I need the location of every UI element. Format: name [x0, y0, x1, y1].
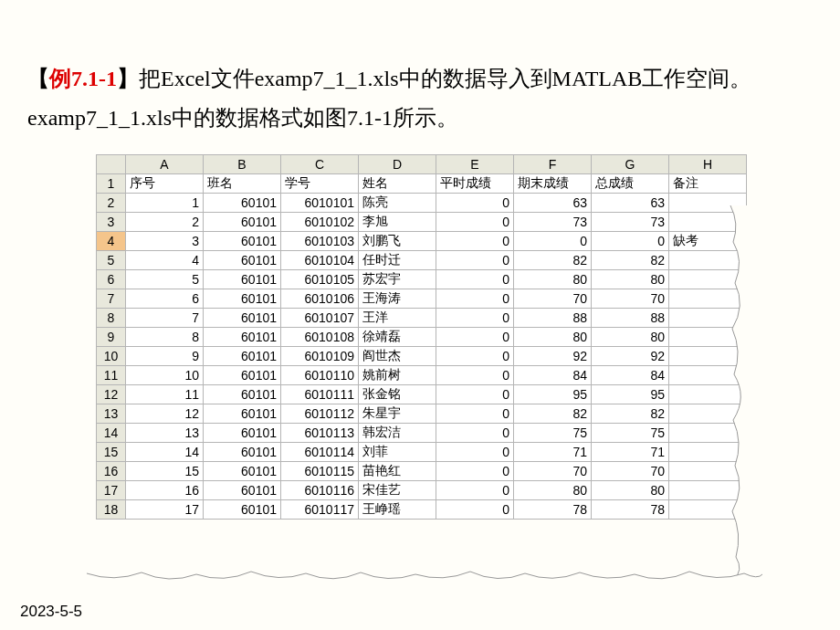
cell: 任时迁 [359, 251, 436, 270]
cell: 88 [592, 309, 669, 328]
instruction-text: 【例7.1-1】把Excel文件examp7_1_1.xls中的数据导入到MAT… [27, 59, 813, 138]
cell: 3 [126, 232, 204, 251]
cell: 宋佳艺 [359, 481, 436, 500]
cell: 78 [592, 500, 669, 520]
table-row: 87601016010107王洋08888 [97, 309, 747, 328]
torn-edge-bottom [87, 566, 762, 589]
row-head: 18 [97, 500, 126, 520]
col-head: D [359, 155, 436, 174]
table-row: 1817601016010117王峥瑶07878 [97, 500, 747, 520]
cell: 6010106 [281, 289, 359, 309]
cell: 苏宏宇 [359, 270, 436, 289]
cell: 0 [436, 328, 514, 347]
cell: 71 [514, 443, 592, 462]
row-head: 1 [97, 174, 126, 194]
cell: 刘鹏飞 [359, 232, 436, 251]
cell: 92 [514, 347, 592, 366]
cell: 王洋 [359, 309, 436, 328]
cell: 苗艳红 [359, 462, 436, 481]
cell: 平时成绩 [436, 174, 514, 194]
corner-cell [97, 155, 126, 174]
example-label: 例7.1-1 [49, 67, 117, 90]
cell: 11 [126, 385, 204, 404]
cell: 60101 [204, 289, 281, 309]
cell [669, 500, 747, 520]
row-head: 17 [97, 481, 126, 500]
cell: 6 [126, 289, 204, 309]
cell: 80 [514, 270, 592, 289]
cell: 60101 [204, 347, 281, 366]
cell [669, 194, 747, 213]
row-head: 9 [97, 328, 126, 347]
cell: 60101 [204, 366, 281, 385]
cell: 0 [436, 462, 514, 481]
cell: 1 [126, 194, 204, 213]
cell: 0 [436, 366, 514, 385]
cell: 6010116 [281, 481, 359, 500]
cell: 6010103 [281, 232, 359, 251]
cell [669, 443, 747, 462]
table-row: 43601016010103刘鹏飞000缺考 [97, 232, 747, 251]
row-head: 8 [97, 309, 126, 328]
cell: 60101 [204, 194, 281, 213]
table-row: 1716601016010116宋佳艺08080 [97, 481, 747, 500]
cell: 15 [126, 462, 204, 481]
cell: 备注 [669, 174, 747, 194]
table-row: 1312601016010112朱星宇08282 [97, 404, 747, 424]
cell: 刘菲 [359, 443, 436, 462]
table-row: 109601016010109阎世杰09292 [97, 347, 747, 366]
cell [669, 404, 747, 424]
row-head: 15 [97, 443, 126, 462]
cell: 0 [436, 481, 514, 500]
data-table: A B C D E F G H 1序号班名学号姓名平时成绩期末成绩总成绩备注21… [96, 154, 747, 520]
cell: 6010111 [281, 385, 359, 404]
cell: 徐靖磊 [359, 328, 436, 347]
cell: 姚前树 [359, 366, 436, 385]
cell: 84 [514, 366, 592, 385]
cell: 班名 [204, 174, 281, 194]
cell: 95 [592, 385, 669, 404]
cell: 92 [592, 347, 669, 366]
cell [669, 270, 747, 289]
table-row: 1413601016010113韩宏洁07575 [97, 424, 747, 443]
cell: 70 [592, 289, 669, 309]
cell: 6010113 [281, 424, 359, 443]
cell: 60101 [204, 462, 281, 481]
cell: 60101 [204, 232, 281, 251]
table-row: 1211601016010111张金铭09595 [97, 385, 747, 404]
table-row: 98601016010108徐靖磊08080 [97, 328, 747, 347]
col-head: H [669, 155, 747, 174]
cell: 10 [126, 366, 204, 385]
cell: 0 [592, 232, 669, 251]
col-head: F [514, 155, 592, 174]
cell: 6010107 [281, 309, 359, 328]
cell: 6010115 [281, 462, 359, 481]
cell: 陈亮 [359, 194, 436, 213]
row-head: 10 [97, 347, 126, 366]
cell: 6010117 [281, 500, 359, 520]
cell: 期末成绩 [514, 174, 592, 194]
cell: 8 [126, 328, 204, 347]
cell: 0 [436, 251, 514, 270]
cell: 17 [126, 500, 204, 520]
cell: 学号 [281, 174, 359, 194]
cell: 60101 [204, 270, 281, 289]
table-row: 1110601016010110姚前树08484 [97, 366, 747, 385]
footer-date: 2023-5-5 [20, 603, 82, 621]
cell: 70 [592, 462, 669, 481]
table-row: 1514601016010114刘菲07171 [97, 443, 747, 462]
cell [669, 213, 747, 232]
cell: 0 [514, 232, 592, 251]
cell: 7 [126, 309, 204, 328]
cell: 60101 [204, 328, 281, 347]
cell [669, 366, 747, 385]
cell: 6010108 [281, 328, 359, 347]
cell: 14 [126, 443, 204, 462]
cell: 姓名 [359, 174, 436, 194]
cell: 0 [436, 213, 514, 232]
cell: 60101 [204, 500, 281, 520]
table-row: 21601016010101陈亮06363 [97, 194, 747, 213]
cell: 80 [592, 328, 669, 347]
row-head: 2 [97, 194, 126, 213]
cell [669, 481, 747, 500]
